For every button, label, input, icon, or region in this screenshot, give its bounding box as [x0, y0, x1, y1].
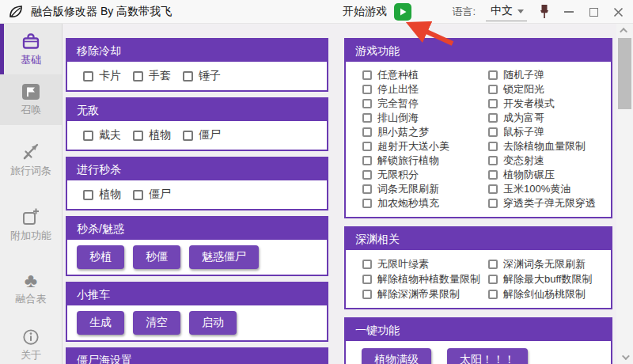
checkbox[interactable] [183, 131, 193, 141]
checkbox[interactable] [362, 170, 372, 180]
checkbox[interactable] [362, 85, 372, 94]
checkbox[interactable] [488, 170, 498, 180]
checkbox[interactable] [488, 260, 498, 269]
checkbox[interactable] [362, 99, 372, 108]
scrollbar-thumb[interactable] [618, 38, 631, 109]
checkbox-plant-anywhere[interactable]: 任意种植 [362, 68, 488, 82]
sidebar-item-summon[interactable]: 召唤 [0, 74, 62, 125]
checkbox-glove[interactable]: 手套 [133, 69, 171, 83]
scroll-down-button[interactable] [616, 351, 633, 364]
kill-zombies-button[interactable]: 秒僵 [133, 245, 180, 269]
checkbox-label: 无限叶绿素 [377, 257, 429, 271]
checkbox-cannon-fill[interactable]: 加农炮秒填充 [362, 196, 488, 210]
checkbox[interactable] [488, 184, 498, 194]
checkbox-label: 手套 [149, 69, 171, 83]
checkbox[interactable] [488, 142, 498, 151]
section-invincible: 无敌 戴夫 植物 僵尸 [66, 97, 328, 151]
checkbox-starfruit-limit[interactable]: 解除剑仙杨桃限制 [488, 286, 608, 301]
scroll-up-button[interactable] [616, 24, 633, 37]
start-game-button[interactable] [394, 3, 411, 21]
checkbox[interactable] [362, 290, 372, 299]
checkbox[interactable] [83, 190, 93, 200]
checkbox-plant-count-limit[interactable]: 解除植物种植数量限制 [362, 271, 488, 286]
checkbox-unlimited-chlorophyll[interactable]: 无限叶绿素 [362, 256, 488, 271]
checkbox[interactable] [488, 99, 498, 108]
checkbox[interactable] [488, 70, 498, 80]
section-kill-charm: 秒杀/魅惑 秒植 秒僵 魅惑僵尸 [66, 216, 328, 276]
sidebar-item-about[interactable]: 关于 [0, 320, 62, 364]
generate-button[interactable]: 生成 [77, 311, 124, 335]
checkbox[interactable] [488, 275, 498, 284]
checkbox[interactable] [133, 131, 143, 141]
launch-button[interactable]: 启动 [189, 311, 237, 335]
checkbox-become-rich[interactable]: 成为富哥 [488, 111, 608, 125]
checkbox-dave[interactable]: 戴夫 [83, 128, 121, 142]
checkbox-label: 超射开大送小美 [377, 139, 449, 154]
checkbox-anti-crush[interactable]: 植物防碾压 [488, 168, 608, 182]
sidebar-item-basic[interactable]: 基础 [0, 24, 62, 74]
sidebar-item-extra-functions[interactable]: 附加功能 [0, 199, 62, 250]
checkbox[interactable] [362, 184, 372, 194]
checkbox[interactable] [362, 113, 372, 123]
sidebar-item-fusion-table[interactable]: ♣ 融合表 [0, 263, 62, 313]
checkbox-unlock-travel-plants[interactable]: 解锁旅行植物 [362, 154, 488, 168]
checkbox[interactable] [488, 85, 498, 94]
checkbox[interactable] [362, 127, 372, 137]
kill-plants-button[interactable]: 秒植 [77, 245, 124, 269]
checkbox[interactable] [488, 199, 498, 208]
checkbox[interactable] [362, 70, 372, 80]
checkbox[interactable] [362, 142, 372, 151]
checkbox-stop-spawning[interactable]: 停止出怪 [362, 82, 488, 97]
checkbox[interactable] [362, 156, 372, 165]
pin-button[interactable] [537, 3, 552, 21]
checkbox-mouse-bullets[interactable]: 鼠标子弹 [488, 125, 608, 139]
checkbox[interactable] [362, 260, 372, 269]
checkbox-overwhelming[interactable]: 排山倒海 [362, 111, 488, 125]
language-select[interactable]: 中文 [486, 2, 527, 21]
checkbox-corn-butter[interactable]: 玉米100%黄油 [488, 182, 608, 196]
sun-button[interactable]: 太阳！！！ [447, 348, 528, 364]
checkbox-ulti-gift[interactable]: 超射开大送小美 [362, 139, 488, 154]
checkbox-card[interactable]: 卡片 [83, 69, 121, 83]
checkbox[interactable] [133, 71, 143, 82]
checkbox-abyss-entry-refresh[interactable]: 深渊词条无限刷新 [488, 256, 608, 271]
checkbox[interactable] [488, 290, 498, 299]
checkbox[interactable] [133, 190, 143, 200]
max-level-plants-button[interactable]: 植物满级 [362, 348, 431, 364]
charm-zombies-button[interactable]: 魅惑僵尸 [189, 245, 259, 269]
checkbox-abyss-fruit-limit[interactable]: 解除深渊帝果限制 [362, 286, 488, 301]
checkbox[interactable] [83, 131, 93, 141]
clear-button[interactable]: 清空 [133, 311, 180, 335]
checkbox-entry-refresh[interactable]: 词条无限刷新 [362, 182, 488, 196]
checkbox-plants[interactable]: 植物 [83, 188, 121, 202]
checkbox[interactable] [183, 71, 193, 82]
language-value: 中文 [491, 4, 513, 18]
checkbox-developer-mode[interactable]: 开发者模式 [488, 97, 608, 111]
checkbox-unlimited-points[interactable]: 无限积分 [362, 168, 488, 182]
checkbox-remove-plant-hp-limit[interactable]: 去除植物血量限制 [488, 139, 608, 154]
checkbox-random-bullets[interactable]: 随机子弹 [488, 68, 608, 82]
checkbox-zombies[interactable]: 僵尸 [133, 188, 171, 202]
checkbox-unlimited-pierce[interactable]: 穿透类子弹无限穿透 [488, 196, 608, 210]
checkbox[interactable] [83, 71, 93, 82]
checkbox-plants[interactable]: 植物 [133, 128, 171, 142]
close-button[interactable] [611, 3, 625, 21]
checkbox-crazy-fire-rate[interactable]: 变态射速 [488, 154, 608, 168]
checkbox-full-pause[interactable]: 完全暂停 [362, 97, 488, 111]
checkbox-lock-sun[interactable]: 锁定阳光 [488, 82, 608, 97]
minimize-button[interactable] [562, 3, 576, 21]
maximize-button[interactable] [586, 3, 601, 21]
checkbox[interactable] [488, 156, 498, 165]
vertical-scrollbar[interactable] [616, 24, 633, 364]
checkbox-hammer[interactable]: 锤子 [183, 69, 221, 83]
checkbox-label: 僵尸 [199, 128, 221, 142]
checkbox[interactable] [488, 127, 498, 137]
checkbox-zombies[interactable]: 僵尸 [183, 128, 221, 142]
checkbox[interactable] [488, 113, 498, 123]
checkbox[interactable] [362, 199, 372, 208]
right-column: 游戏功能 任意种植 随机子弹 停止出怪 锁定阳光 完全暂停 开发者模式 排山倒海… [344, 38, 612, 364]
checkbox[interactable] [362, 275, 372, 284]
checkbox-max-buff-limit[interactable]: 解除最大buff数限制 [488, 271, 608, 286]
sidebar-item-travel-entries[interactable]: 旅行词条 [0, 135, 62, 185]
checkbox-scaredy-dream[interactable]: 胆小菇之梦 [362, 125, 488, 139]
